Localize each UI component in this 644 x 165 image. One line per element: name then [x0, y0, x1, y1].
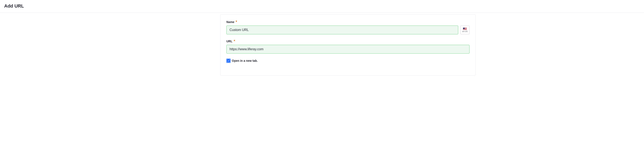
- url-input-row: [226, 45, 470, 54]
- name-label-row: Name *: [226, 20, 470, 24]
- page-title: Add URL: [4, 3, 640, 9]
- locale-selector-button[interactable]: en-US: [460, 26, 470, 34]
- svg-rect-5: [463, 30, 467, 30]
- svg-rect-7: [463, 28, 465, 29]
- name-field-group: Name * en-US: [226, 20, 470, 34]
- us-flag-icon: [463, 28, 467, 30]
- locale-code-label: en-US: [462, 30, 468, 33]
- open-new-tab-label[interactable]: Open in a new tab.: [232, 59, 258, 62]
- name-input-row: en-US: [226, 26, 470, 34]
- url-label: URL: [226, 40, 232, 43]
- url-field-group: URL *: [226, 39, 470, 54]
- url-label-row: URL *: [226, 39, 470, 43]
- svg-rect-4: [463, 29, 467, 29]
- url-required-marker: *: [234, 39, 235, 43]
- url-input[interactable]: [226, 45, 470, 54]
- form-card: Name * en-US: [220, 15, 476, 76]
- open-new-tab-checkbox-wrap: [226, 59, 230, 63]
- name-required-marker: *: [236, 20, 237, 24]
- name-input[interactable]: [226, 26, 458, 34]
- page-header: Add URL: [0, 0, 644, 13]
- content-wrap: Name * en-US: [0, 13, 644, 80]
- open-new-tab-row: Open in a new tab.: [226, 59, 470, 63]
- name-label: Name: [226, 20, 234, 24]
